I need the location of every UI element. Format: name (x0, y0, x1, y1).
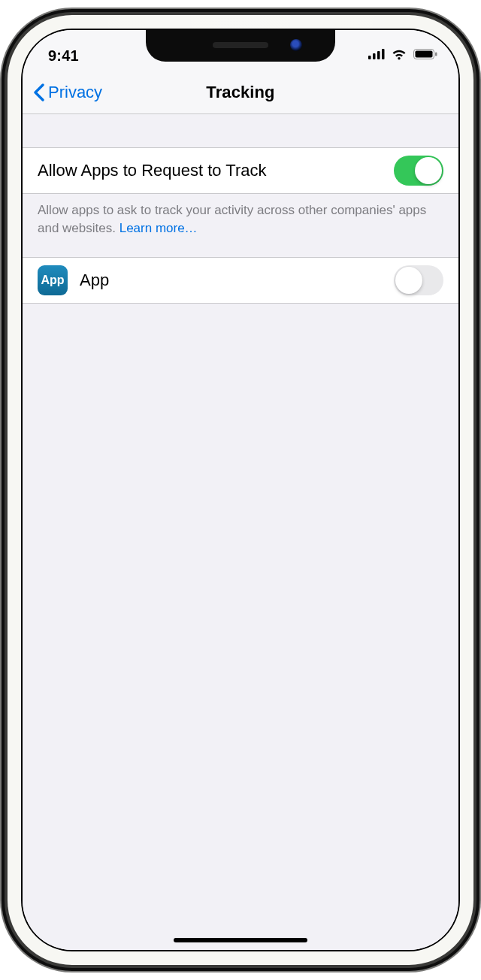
allow-apps-to-track-toggle[interactable] (394, 156, 443, 186)
speaker-grille (213, 42, 268, 48)
page-title: Tracking (206, 83, 274, 102)
svg-rect-3 (382, 49, 385, 59)
navigation-bar: Privacy Tracking (23, 71, 458, 114)
app-icon-label: App (41, 274, 64, 287)
app-tracking-toggle[interactable] (394, 265, 443, 295)
home-indicator[interactable] (174, 938, 307, 942)
svg-rect-5 (416, 51, 433, 58)
svg-rect-2 (377, 51, 380, 59)
back-label: Privacy (48, 83, 102, 102)
cellular-signal-icon (368, 49, 385, 62)
svg-rect-1 (373, 53, 376, 59)
footer-text: Allow apps to ask to track your activity… (38, 203, 426, 235)
app-icon: App (38, 265, 68, 295)
front-camera (290, 39, 302, 51)
screen: 9:41 (23, 30, 458, 950)
svg-rect-6 (435, 53, 437, 56)
notch (146, 30, 335, 62)
learn-more-link[interactable]: Learn more… (119, 221, 198, 235)
chevron-left-icon (33, 83, 45, 101)
status-icons (368, 48, 437, 63)
phone-frame: 9:41 (8, 15, 473, 965)
battery-icon (413, 49, 437, 62)
wifi-icon (391, 48, 407, 63)
content-area[interactable]: Allow Apps to Request to Track Allow app… (23, 114, 458, 950)
app-name-label: App (80, 271, 394, 290)
allow-apps-footer: Allow apps to ask to track your activity… (23, 194, 458, 237)
svg-rect-0 (368, 56, 371, 59)
allow-apps-to-track-row: Allow Apps to Request to Track (23, 147, 458, 194)
back-button[interactable]: Privacy (33, 71, 102, 113)
status-time: 9:41 (48, 47, 79, 65)
app-row: App App (23, 257, 458, 304)
allow-apps-to-track-label: Allow Apps to Request to Track (38, 161, 394, 180)
